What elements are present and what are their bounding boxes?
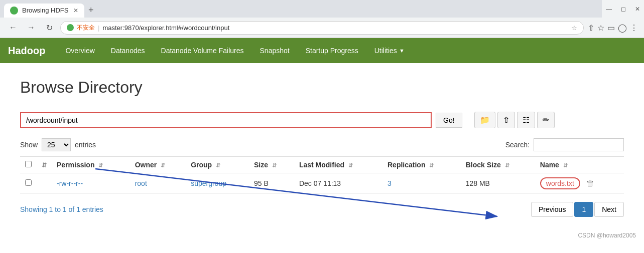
window-close-button[interactable]: ✕ <box>631 4 644 15</box>
bookmark-star-icon[interactable]: ☆ <box>571 24 577 32</box>
refresh-button[interactable]: ↻ <box>42 21 56 35</box>
navbar-brand[interactable]: Hadoop <box>8 45 45 57</box>
back-button[interactable]: ← <box>6 21 20 35</box>
owner-link[interactable]: root <box>135 179 147 187</box>
show-label: Show <box>20 141 38 149</box>
forward-button[interactable]: → <box>24 21 38 35</box>
profile-button[interactable]: ◯ <box>618 23 627 33</box>
upload-button[interactable]: ⇧ <box>497 112 515 128</box>
th-permission[interactable]: Permission ⇵ <box>52 157 130 173</box>
group-link[interactable]: supergroup <box>191 179 226 187</box>
navbar: Hadoop Overview Datanodes Datanode Volum… <box>0 38 644 63</box>
showing-suffix: entries <box>82 205 103 213</box>
previous-button[interactable]: Previous <box>531 202 573 217</box>
th-name[interactable]: Name ⇵ <box>535 157 624 173</box>
nav-item-utilities-label: Utilities <box>374 47 397 55</box>
path-bar: Go! 📁 ⇧ ☷ ✏ <box>20 112 624 128</box>
tab-favicon <box>10 7 18 15</box>
select-all-checkbox[interactable] <box>25 161 32 167</box>
bookmark-button[interactable]: ☆ <box>597 23 604 33</box>
pagination-area: Showing 1 to 1 of 1 entries Previous 1 N… <box>20 202 624 217</box>
filename-link[interactable]: words.txt <box>540 177 580 189</box>
url-display[interactable]: master:9870/explorer.html#/wordcount/inp… <box>102 24 568 32</box>
showing-to: 1 <box>63 205 67 213</box>
showing-from: 1 <box>49 205 53 213</box>
th-checkbox <box>20 157 37 173</box>
showing-prefix: Showing <box>20 205 47 213</box>
sort-lastmodified-icon: ⇵ <box>348 162 353 168</box>
row-blocksize-cell: 128 MB <box>461 173 535 194</box>
sort-group-icon: ⇵ <box>216 162 220 168</box>
row-lastmod-cell: Dec 07 11:13 <box>294 173 382 194</box>
th-owner[interactable]: Owner ⇵ <box>130 157 186 173</box>
showing-of-text: of <box>69 205 77 213</box>
navbar-nav: Overview Datanodes Datanode Volume Failu… <box>57 39 412 62</box>
list-icon: ☷ <box>523 116 530 124</box>
sort-permission-icon: ⇵ <box>98 162 103 168</box>
sort-owner-icon: ⇵ <box>161 162 165 168</box>
sort-icon: ⇵ <box>42 162 47 169</box>
menu-button[interactable]: ⋮ <box>630 23 638 33</box>
entries-select[interactable]: 10 25 50 100 <box>42 138 71 151</box>
window-maximize-button[interactable]: ◻ <box>617 4 630 15</box>
row-replication-cell: 3 <box>382 173 461 194</box>
th-block-size[interactable]: Block Size ⇵ <box>461 157 535 173</box>
nav-item-datanodes[interactable]: Datanodes <box>103 39 153 62</box>
tab-title: Browsing HDFS <box>22 7 68 14</box>
nav-item-utilities[interactable]: Utilities ▼ <box>366 39 413 62</box>
row-owner-cell: root <box>130 173 186 194</box>
th-size[interactable]: Size ⇵ <box>249 157 294 173</box>
table-controls: Show 10 25 50 100 entries Search: <box>20 138 624 151</box>
path-actions: 📁 ⇧ ☷ ✏ <box>474 112 555 128</box>
show-entries: Show 10 25 50 100 entries <box>20 138 96 151</box>
row-checkbox[interactable] <box>25 179 32 186</box>
next-button[interactable]: Next <box>594 202 624 217</box>
nav-item-snapshot[interactable]: Snapshot <box>252 39 298 62</box>
row-size-cell: 95 B <box>249 173 294 194</box>
data-table: ⇵ Permission ⇵ Owner ⇵ Group ⇵ <box>20 156 624 194</box>
sort-replication-icon: ⇵ <box>429 162 434 168</box>
delete-button[interactable]: 🗑 <box>586 179 594 188</box>
table-container: ⇵ Permission ⇵ Owner ⇵ Group ⇵ <box>20 156 624 194</box>
main-content: Browse Directory Go! 📁 ⇧ ☷ ✏ Show 10 25 <box>0 63 644 232</box>
open-folder-button[interactable]: 📁 <box>474 112 495 128</box>
page-1-button[interactable]: 1 <box>574 202 593 217</box>
new-tab-button[interactable]: + <box>84 3 98 18</box>
sort-blocksize-icon: ⇵ <box>505 162 509 168</box>
th-replication[interactable]: Replication ⇵ <box>382 157 461 173</box>
entries-label: entries <box>75 141 96 149</box>
pagination: Previous 1 Next <box>531 202 624 217</box>
th-sort-num[interactable]: ⇵ <box>37 157 52 173</box>
row-group-cell: supergroup <box>186 173 249 194</box>
th-group[interactable]: Group ⇵ <box>186 157 249 173</box>
row-name-cell: words.txt 🗑 <box>535 173 624 194</box>
row-permission-cell: -rw-r--r-- <box>52 173 130 194</box>
site-icon <box>67 24 74 31</box>
folder-open-icon: 📁 <box>480 116 490 124</box>
nav-item-overview[interactable]: Overview <box>57 39 102 62</box>
go-button[interactable]: Go! <box>436 113 462 128</box>
th-last-modified[interactable]: Last Modified ⇵ <box>294 157 382 173</box>
share-button[interactable]: ⇧ <box>588 23 594 33</box>
path-input[interactable] <box>20 112 432 128</box>
create-folder-icon: ✏ <box>543 116 549 124</box>
security-label: 不安全 <box>77 24 95 32</box>
browser-tab[interactable]: Browsing HDFS ✕ <box>4 4 84 18</box>
create-folder-button[interactable]: ✏ <box>537 112 555 128</box>
search-label: Search: <box>505 141 530 149</box>
permission-link[interactable]: -rw-r--r-- <box>57 179 83 187</box>
showing-to-text: to <box>55 205 63 213</box>
split-view-button[interactable]: ▭ <box>607 23 615 33</box>
tab-close-button[interactable]: ✕ <box>73 7 78 14</box>
sort-size-icon: ⇵ <box>272 162 277 168</box>
search-input[interactable] <box>534 138 624 151</box>
watermark: CSDN @howard2005 <box>0 232 644 241</box>
search-bar: Search: <box>505 138 624 151</box>
replication-link[interactable]: 3 <box>388 179 392 187</box>
nav-item-datanode-volume-failures[interactable]: Datanode Volume Failures <box>153 39 252 62</box>
address-bar: 不安全 | master:9870/explorer.html#/wordcou… <box>60 21 584 35</box>
list-view-button[interactable]: ☷ <box>517 112 535 128</box>
nav-item-startup-progress[interactable]: Startup Progress <box>298 39 366 62</box>
showing-total: 1 <box>76 205 80 213</box>
window-minimize-button[interactable]: — <box>602 4 616 15</box>
